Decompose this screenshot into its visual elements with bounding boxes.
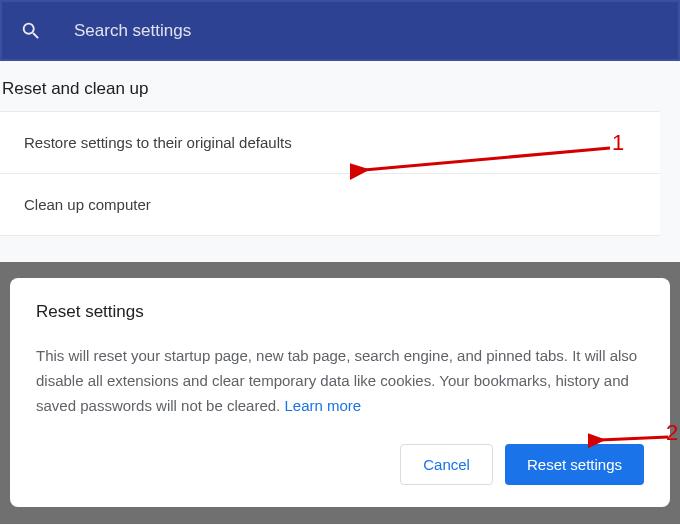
search-input[interactable]: [74, 21, 660, 41]
learn-more-link[interactable]: Learn more: [284, 397, 361, 414]
section-header: Reset and clean up: [0, 61, 680, 111]
search-bar: [0, 0, 680, 61]
reset-settings-dialog: Reset settings This will reset your star…: [10, 278, 670, 507]
reset-settings-button[interactable]: Reset settings: [505, 444, 644, 485]
search-container: [2, 2, 678, 59]
search-icon: [20, 20, 42, 42]
settings-list: Restore settings to their original defau…: [0, 111, 660, 236]
dialog-body: This will reset your startup page, new t…: [36, 344, 644, 418]
dialog-title: Reset settings: [36, 302, 644, 322]
cancel-button[interactable]: Cancel: [400, 444, 493, 485]
clean-up-computer-row[interactable]: Clean up computer: [0, 173, 660, 235]
dialog-overlay: Reset settings This will reset your star…: [0, 262, 680, 524]
restore-defaults-row[interactable]: Restore settings to their original defau…: [0, 112, 660, 173]
dialog-actions: Cancel Reset settings: [36, 444, 644, 485]
